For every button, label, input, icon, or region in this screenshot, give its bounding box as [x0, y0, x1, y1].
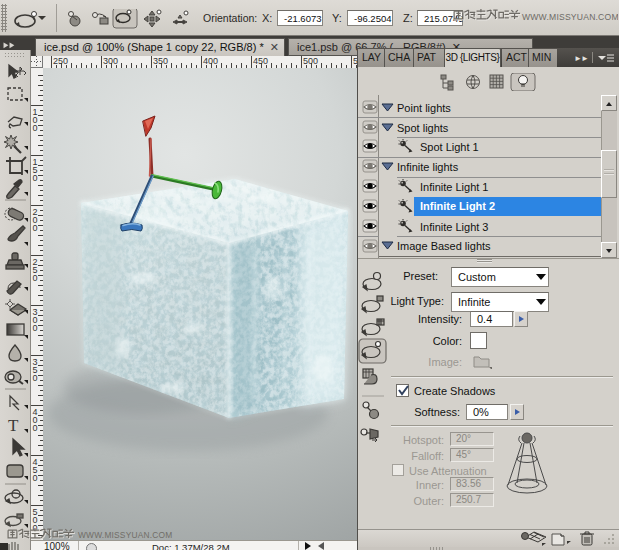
svg-text:WWW.MISSYUAN.COM: WWW.MISSYUAN.COM	[522, 12, 618, 22]
svg-text:0: 0	[33, 373, 38, 383]
svg-text:0: 0	[33, 273, 38, 283]
svg-text:250: 250	[53, 56, 68, 66]
svg-text:500: 500	[303, 56, 318, 66]
svg-text:0: 0	[33, 323, 38, 333]
svg-text:0: 0	[33, 423, 38, 433]
svg-text:0: 0	[33, 473, 38, 483]
svg-text:0: 0	[33, 223, 38, 233]
svg-text:0: 0	[33, 173, 38, 183]
svg-text:WWW.MISSYUAN.COM: WWW.MISSYUAN.COM	[78, 530, 172, 540]
svg-text:300: 300	[103, 56, 118, 66]
svg-text:450: 450	[253, 56, 268, 66]
svg-text:T: T	[8, 416, 19, 435]
svg-text:400: 400	[203, 56, 218, 66]
svg-text:0: 0	[33, 123, 38, 133]
svg-text:350: 350	[153, 56, 168, 66]
